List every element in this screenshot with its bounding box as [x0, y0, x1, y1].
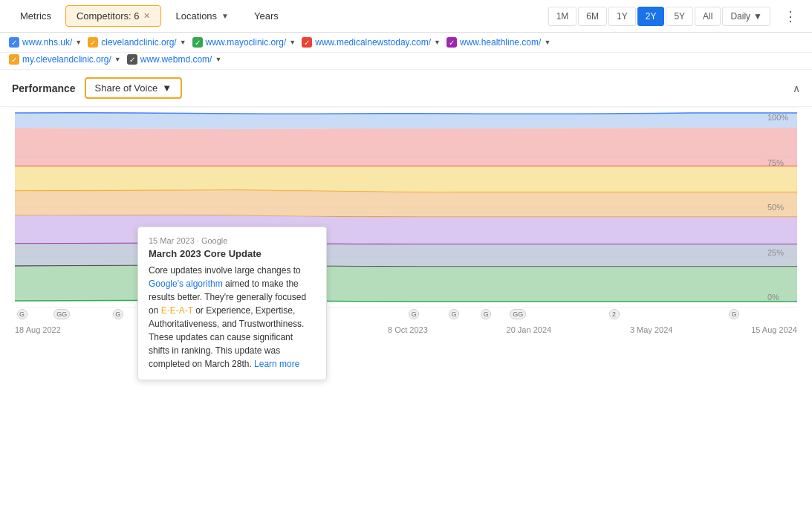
chip-healthline-arrow-icon: ▼ — [544, 39, 550, 46]
tab-locations[interactable]: Locations ▼ — [164, 5, 240, 27]
granularity-dropdown[interactable]: Daily ▼ — [722, 7, 770, 26]
chip-nhs-checkbox[interactable]: ✓ — [9, 37, 19, 48]
chip-cleveland[interactable]: ✓ clevelandclinic.org/ ▼ — [88, 37, 186, 48]
g-marker-12[interactable]: 2 — [609, 309, 620, 319]
chart-svg — [15, 107, 797, 308]
tooltip-learn-more-link[interactable]: Learn more — [254, 359, 299, 369]
time-5y-button[interactable]: 5Y — [666, 7, 693, 26]
time-all-button[interactable]: All — [695, 7, 721, 26]
chip-healthline[interactable]: ✓ www.healthline.com/ ▼ — [446, 37, 550, 48]
g-marker-11[interactable]: GG — [510, 309, 526, 319]
x-axis-labels: 18 Aug 2022 30 Nov 2022 26 Jun 2023 8 Oc… — [6, 322, 806, 334]
chip-nhs-label: www.nhs.uk/ — [22, 37, 72, 48]
tooltip-google-link[interactable]: Google's algorithm — [149, 279, 223, 289]
tab-metrics-label: Metrics — [20, 10, 51, 22]
chip-healthline-label: www.healthline.com/ — [460, 37, 541, 48]
chip-medicalnews-arrow-icon: ▼ — [434, 39, 441, 46]
y-label-100: 100% — [767, 113, 797, 122]
chip-cleveland-checkbox[interactable]: ✓ — [88, 37, 98, 48]
chart-container: 100% 75% 50% 25% 0% — [6, 107, 806, 334]
time-6m-button[interactable]: 6M — [578, 7, 607, 26]
chip-nhs[interactable]: ✓ www.nhs.uk/ ▼ — [9, 37, 82, 48]
chip-mycleveland-arrow-icon: ▼ — [114, 56, 121, 63]
chip-mycleveland-label: my.clevelandclinic.org/ — [22, 54, 111, 65]
x-label-jan24: 20 Jan 2024 — [507, 325, 552, 334]
tooltip-title: March 2023 Core Update — [149, 248, 316, 259]
chip-mayo-checkbox[interactable]: ✓ — [192, 37, 203, 48]
g-marker-8[interactable]: G — [409, 309, 419, 319]
tooltip-date: 15 Mar 2023 · Google — [149, 236, 316, 245]
chip-webmd-label: www.webmd.com/ — [140, 54, 212, 65]
x-label-may24: 3 May 2024 — [630, 325, 672, 334]
chip-nhs-arrow-icon: ▼ — [75, 39, 82, 46]
chip-webmd-arrow-icon: ▼ — [215, 56, 221, 63]
chip-medicalnews-checkbox[interactable]: ✓ — [302, 37, 312, 48]
g-marker-2[interactable]: GG — [53, 309, 70, 319]
time-controls: 1M 6M 1Y 2Y 5Y All Daily ▼ — [548, 7, 770, 26]
tooltip-text: Core updates involve large changes to Go… — [149, 264, 316, 371]
g-marker-9[interactable]: G — [449, 309, 459, 319]
tab-competitors[interactable]: Competitors: 6 ✕ — [65, 5, 162, 27]
close-competitors-icon[interactable]: ✕ — [143, 11, 150, 21]
chip-healthline-checkbox[interactable]: ✓ — [446, 37, 457, 48]
g-marker-13[interactable]: G — [729, 309, 739, 319]
performance-label: Performance — [12, 82, 76, 94]
chart-svg-area: 100% 75% 50% 25% 0% — [15, 107, 797, 308]
markers-row: G GG G GG G G G G G G GG 2 G — [6, 309, 806, 322]
chip-cleveland-label: clevelandclinic.org/ — [101, 37, 176, 48]
time-1m-button[interactable]: 1M — [548, 7, 577, 26]
y-axis-labels: 100% 75% 50% 25% 0% — [767, 107, 797, 308]
locations-dropdown-icon: ▼ — [221, 12, 229, 20]
time-2y-button[interactable]: 2Y — [637, 7, 665, 26]
y-label-25: 25% — [767, 248, 797, 257]
y-label-75: 75% — [767, 158, 797, 167]
granularity-label: Daily — [730, 11, 750, 22]
chip-mayo-label: www.mayoclinic.org/ — [206, 37, 287, 48]
tab-years[interactable]: Years — [243, 5, 290, 27]
collapse-icon: ∧ — [793, 82, 800, 94]
granularity-arrow-icon: ▼ — [753, 11, 762, 22]
tab-competitors-label: Competitors: 6 — [77, 10, 140, 22]
time-1y-button[interactable]: 1Y — [608, 7, 636, 26]
tooltip-box: 15 Mar 2023 · Google March 2023 Core Upd… — [137, 227, 327, 380]
x-label-oct23: 8 Oct 2023 — [388, 325, 428, 334]
chip-mycleveland[interactable]: ✓ my.clevelandclinic.org/ ▼ — [9, 54, 121, 65]
chips-row-1: ✓ www.nhs.uk/ ▼ ✓ clevelandclinic.org/ ▼… — [0, 33, 812, 53]
g-marker-3[interactable]: G — [113, 309, 123, 319]
performance-header: Performance Share of Voice ▼ ∧ — [0, 70, 812, 107]
chip-cleveland-arrow-icon: ▼ — [180, 39, 186, 46]
more-options-button[interactable]: ⋮ — [778, 4, 803, 28]
chips-row-2: ✓ my.clevelandclinic.org/ ▼ ✓ www.webmd.… — [0, 53, 812, 70]
tab-years-label: Years — [254, 10, 279, 22]
tab-metrics[interactable]: Metrics — [9, 5, 62, 27]
chip-mayo-arrow-icon: ▼ — [289, 39, 296, 46]
tooltip-container: 15 Mar 2023 · Google March 2023 Core Upd… — [137, 227, 327, 380]
tooltip-eeat-highlight: E-E-A-T — [161, 305, 193, 316]
y-label-0: 0% — [767, 293, 797, 302]
x-label-aug22: 18 Aug 2022 — [15, 325, 61, 334]
top-nav: Metrics Competitors: 6 ✕ Locations ▼ Yea… — [0, 0, 812, 33]
y-label-50: 50% — [767, 203, 797, 212]
collapse-button[interactable]: ∧ — [793, 82, 800, 94]
chip-webmd-checkbox[interactable]: ✓ — [127, 54, 137, 65]
x-label-aug24: 15 Aug 2024 — [751, 325, 797, 334]
sov-arrow-icon: ▼ — [162, 82, 172, 94]
tab-locations-label: Locations — [175, 10, 217, 22]
chip-mycleveland-checkbox[interactable]: ✓ — [9, 54, 19, 65]
g-marker-10[interactable]: G — [481, 309, 491, 319]
chip-mayo[interactable]: ✓ www.mayoclinic.org/ ▼ — [192, 37, 296, 48]
chip-webmd[interactable]: ✓ www.webmd.com/ ▼ — [127, 54, 222, 65]
chip-medicalnews-label: www.medicalnewstoday.com/ — [315, 37, 431, 48]
chip-medicalnews[interactable]: ✓ www.medicalnewstoday.com/ ▼ — [302, 37, 441, 48]
sov-label: Share of Voice — [95, 82, 158, 94]
g-marker-1[interactable]: G — [17, 309, 27, 319]
share-of-voice-dropdown[interactable]: Share of Voice ▼ — [85, 77, 182, 99]
